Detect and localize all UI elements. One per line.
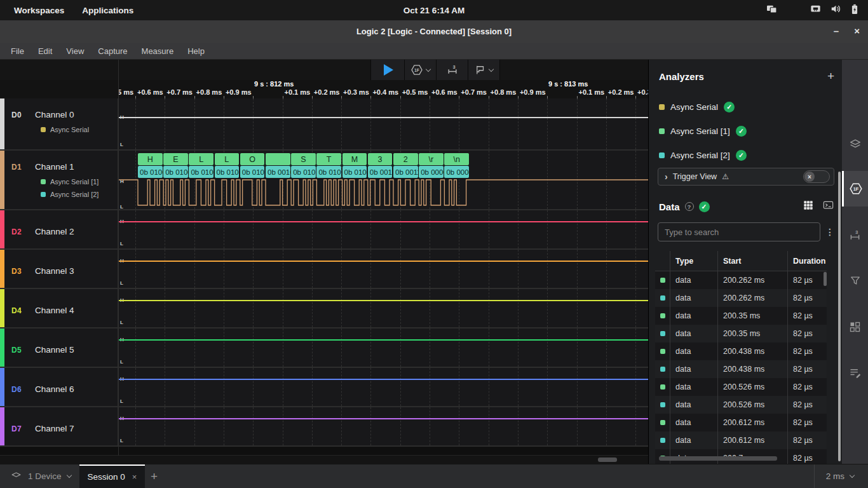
decoded-binary-frame[interactable]: 0b 0100 [138, 166, 163, 178]
sidebar-scrollbar[interactable] [838, 172, 841, 461]
decoded-char-frame[interactable]: \n [444, 153, 469, 165]
rail-item-devices[interactable] [842, 126, 868, 162]
annotations-button[interactable] [468, 60, 500, 80]
time-gridline [400, 210, 401, 248]
decoded-binary-frame[interactable]: 0b 0011 [393, 166, 418, 178]
close-button[interactable]: × [854, 25, 860, 36]
close-session-button[interactable]: × [132, 472, 137, 482]
trigger-view-row[interactable]: › Trigger View ⚠ × [658, 168, 834, 186]
data-table-row[interactable]: data200.526 ms82 µs [655, 396, 827, 414]
table-hscroll-handle[interactable] [659, 456, 777, 461]
timing-markers-button[interactable]: 3 [436, 60, 468, 80]
help-icon[interactable]: ? [685, 202, 694, 211]
data-table-row[interactable]: data200.438 ms82 µs [655, 360, 827, 378]
menu-edit[interactable]: Edit [31, 46, 59, 56]
channel-label-area[interactable]: D4Channel 4 [4, 289, 118, 327]
channel-label-area[interactable]: D5Channel 5 [4, 329, 118, 367]
decoded-binary-frame[interactable]: 0b 0100 [189, 166, 214, 178]
new-session-button[interactable]: + [151, 464, 158, 488]
decoded-char-frame[interactable]: L [189, 153, 214, 165]
decoded-char-frame[interactable]: L [215, 153, 240, 165]
decoded-binary-frame[interactable]: 0b 0011 [368, 166, 393, 178]
decoded-binary-frame[interactable]: 0b 0010 [266, 166, 290, 178]
timing-marker-icon: 3 [848, 229, 862, 242]
decoded-char-frame[interactable]: 3 [368, 153, 393, 165]
timescale-selector[interactable]: 2 ms [826, 464, 854, 488]
data-table-row[interactable]: data200.612 ms82 µs [655, 414, 827, 431]
waveform-hscrollbar[interactable] [0, 455, 648, 464]
rail-item-extensions[interactable] [842, 309, 868, 344]
decoded-binary-frame[interactable]: 0b 0000 [444, 166, 469, 178]
waveform-hscroll-handle[interactable] [598, 458, 617, 462]
decoded-char-frame[interactable]: M [342, 153, 367, 165]
battery-icon[interactable] [850, 3, 859, 18]
decoded-char-frame[interactable] [266, 153, 290, 165]
minimize-button[interactable]: – [834, 25, 839, 36]
analyzer-item[interactable]: Async Serial [1]✓ [659, 125, 747, 137]
session-tab[interactable]: Session 0 × [79, 464, 145, 488]
decoded-binary-frame[interactable]: 0b 0100 [163, 166, 188, 178]
menu-file[interactable]: File [4, 46, 31, 56]
data-table-row[interactable]: data200.35 ms82 µs [655, 325, 827, 342]
menu-view[interactable]: View [59, 46, 91, 56]
table-view-icon[interactable] [803, 200, 814, 214]
device-selector[interactable]: 1 Device [10, 464, 71, 488]
decoded-char-frame[interactable]: 2 [393, 153, 418, 165]
rail-item-filter[interactable] [842, 263, 868, 299]
decoded-binary-frame[interactable]: 0b 0100 [342, 166, 367, 178]
time-gridline [430, 289, 430, 327]
decoded-char-frame[interactable]: \r [419, 153, 444, 165]
channel-label-area[interactable]: D7Channel 7 [4, 407, 118, 445]
data-table-row[interactable]: data200.526 ms82 µs [655, 378, 827, 396]
clock[interactable]: Oct 21 6:14 AM [403, 0, 465, 20]
decoded-binary-frame[interactable]: 0b 0000 [419, 166, 444, 178]
decoded-char-frame[interactable]: T [316, 153, 341, 165]
network-icon[interactable] [810, 3, 822, 17]
channel-label-area[interactable]: D3Channel 3 [4, 250, 118, 288]
type-column-header[interactable]: Type [670, 251, 717, 271]
applications-menu[interactable]: Applications [82, 6, 133, 15]
data-table-row[interactable]: data200.262 ms82 µs [655, 271, 827, 289]
table-vscroll-handle[interactable] [824, 272, 827, 286]
data-table-row[interactable]: data200.35 ms82 µs [655, 307, 827, 325]
rail-item-notes[interactable] [842, 355, 868, 390]
start-column-header[interactable]: Start [717, 251, 787, 271]
data-table-row[interactable]: data200.438 ms82 µs [655, 342, 827, 360]
trigger-view-toggle[interactable]: × [803, 170, 830, 183]
decoded-binary-frame[interactable]: 0b 0101 [316, 166, 341, 178]
decoded-char-frame[interactable]: S [291, 153, 316, 165]
search-input[interactable] [658, 222, 820, 241]
menu-capture[interactable]: Capture [91, 46, 134, 56]
channel-label-area[interactable]: D2Channel 2 [4, 210, 118, 248]
channel-label-area[interactable]: D1Channel 1Async Serial [1]Async Serial … [4, 151, 118, 209]
window-switcher-icon[interactable] [766, 3, 778, 17]
channel-label-area[interactable]: D0Channel 0Async Serial [4, 98, 118, 149]
rail-item-analyzers[interactable]: 1F [842, 171, 868, 207]
time-gridline [253, 407, 254, 445]
decoded-char-frame[interactable]: O [240, 153, 265, 165]
duration-column-header[interactable]: Duration [787, 251, 827, 271]
data-table-row[interactable]: data200.262 ms82 µs [655, 289, 827, 307]
decoded-binary-frame[interactable]: 0b 0101 [291, 166, 316, 178]
decoded-binary-frame[interactable]: 0b 0100 [215, 166, 240, 178]
decoded-char-frame[interactable]: E [163, 153, 188, 165]
time-gridline [518, 289, 519, 327]
analyzer-item[interactable]: Async Serial✓ [659, 101, 735, 112]
search-options-menu[interactable]: ⋮ [825, 227, 834, 237]
channel-label-area[interactable]: D6Channel 6 [4, 368, 118, 406]
device-settings-button[interactable]: 1F [404, 60, 436, 80]
analyzer-item[interactable]: Async Serial [2]✓ [659, 149, 747, 161]
workspaces-menu[interactable]: Workspaces [14, 6, 64, 15]
decoded-char-frame[interactable]: H [138, 153, 163, 165]
data-table-row[interactable]: data200.612 ms82 µs [655, 431, 827, 449]
terminal-view-icon[interactable] [822, 200, 834, 214]
start-capture-button[interactable] [370, 60, 404, 80]
svg-text:3: 3 [855, 229, 858, 235]
rail-item-timing-markers[interactable]: 3 [842, 217, 868, 253]
menu-measure[interactable]: Measure [135, 46, 181, 56]
time-ruler[interactable]: 9 s : 812 ms9 s : 813 ms+0.5 ms+0.6 ms+0… [0, 80, 648, 98]
add-analyzer-button[interactable]: + [827, 69, 834, 83]
decoded-binary-frame[interactable]: 0b 0100 [240, 166, 265, 178]
menu-help[interactable]: Help [180, 46, 212, 56]
volume-icon[interactable] [830, 3, 842, 17]
